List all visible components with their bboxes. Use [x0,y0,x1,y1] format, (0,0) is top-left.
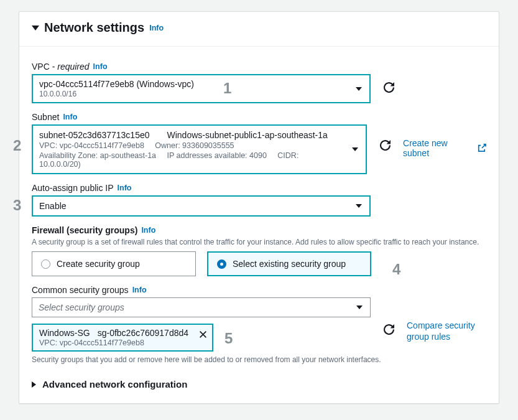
common-sg-label: Common security groups [32,285,129,295]
sg-placeholder: Select security groups [39,302,124,312]
info-link-autoip[interactable]: Info [118,184,132,192]
info-link-header[interactable]: Info [149,24,164,32]
radio-create-sg[interactable]: Create security group [32,251,196,276]
refresh-icon [384,324,394,335]
compare-sg-rules-link[interactable]: Compare security group rules [407,320,481,342]
refresh-icon [380,140,391,151]
chevron-down-icon [352,147,358,151]
vpc-dropdown[interactable]: vpc-04ccc5114f77e9eb8 (Windows-vpc) 10.0… [32,74,371,103]
network-settings-panel: Network settings Info VPC - required Inf… [19,11,499,404]
firewall-desc: A security group is a set of firewall ru… [32,238,486,246]
common-sg-field: Common security groups Info Select secur… [32,285,486,364]
vpc-value-sub: 10.0.0.0/16 [39,90,351,98]
vpc-value-main: vpc-04ccc5114f77e9eb8 (Windows-vpc) [39,79,351,89]
subnet-sub-owner: Owner: 933609035555 [155,141,234,150]
sg-token: Windows-SG sg-0fbc26c760917d8d4 VPC: vpc… [32,324,213,352]
autoip-dropdown[interactable]: Enable [32,195,371,217]
autoip-label: Auto-assign public IP [32,183,114,193]
info-link-firewall[interactable]: Info [141,226,155,235]
annotation-4: 4 [392,261,400,278]
subnet-sub-ips: IP addresses available: 4090 [167,151,267,160]
vpc-label: VPC - required [32,62,90,72]
radio-select-label: Select existing security group [233,259,346,269]
info-link-vpc[interactable]: Info [93,62,108,71]
panel-title: Network settings [44,21,144,35]
panel-body: VPC - required Info vpc-04ccc5114f77e9eb… [19,47,499,403]
subnet-sub-az: Availability Zone: ap-southeast-1a [39,151,156,160]
chevron-down-icon [356,204,362,208]
advanced-label: Advanced network configuration [42,379,187,390]
info-link-subnet[interactable]: Info [63,113,77,121]
autoip-field: Auto-assign public IP Info Enable 3 [32,183,486,217]
subnet-id: subnet-052c3d637713c15e0 [39,130,150,140]
subnet-dropdown[interactable]: subnet-052c3d637713c15e0 Windows-subnet-… [32,124,367,174]
caret-right-icon [32,381,36,388]
radio-select-sg[interactable]: Select existing security group [207,251,371,276]
vpc-field: VPC - required Info vpc-04ccc5114f77e9eb… [32,62,486,103]
sg-dropdown[interactable]: Select security groups [32,297,371,317]
radio-create-label: Create security group [57,259,140,269]
sg-token-sub: VPC: vpc-04ccc5114f77e9eb8 [39,338,193,347]
sg-token-name: Windows-SG [39,328,90,338]
close-icon [199,330,207,338]
annotation-5: 5 [224,330,233,347]
external-link-icon [478,144,486,152]
annotation-1: 1 [223,80,231,97]
subnet-name: Windows-subnet-public1-ap-southeast-1a [167,130,328,140]
autoip-value: Enable [39,201,67,211]
sg-helper-text: Security groups that you add or remove h… [32,355,486,364]
radio-icon [217,259,226,269]
remove-sg-token-button[interactable] [199,329,207,340]
caret-down-icon [32,26,39,30]
info-link-common-sg[interactable]: Info [132,286,147,294]
firewall-label: Firewall (security groups) [32,225,137,235]
advanced-network-toggle[interactable]: Advanced network configuration [32,379,486,390]
create-subnet-link[interactable]: Create new subnet [403,138,486,158]
vpc-refresh-button[interactable] [382,80,395,94]
radio-icon [41,259,50,269]
sg-token-id: sg-0fbc26c760917d8d4 [98,328,188,338]
firewall-field: Firewall (security groups) Info A securi… [32,225,486,276]
subnet-field: Subnet Info subnet-052c3d637713c15e0 Win… [32,112,486,174]
subnet-sub-vpc: VPC: vpc-04ccc5114f77e9eb8 [39,141,144,150]
subnet-refresh-button[interactable] [378,138,392,152]
panel-header[interactable]: Network settings Info [19,12,499,47]
sg-refresh-button[interactable] [382,322,395,336]
chevron-down-icon [356,306,363,309]
annotation-3: 3 [13,197,21,214]
refresh-icon [384,82,394,93]
chevron-down-icon [356,87,362,91]
annotation-2: 2 [13,137,21,154]
subnet-label: Subnet [32,112,59,122]
